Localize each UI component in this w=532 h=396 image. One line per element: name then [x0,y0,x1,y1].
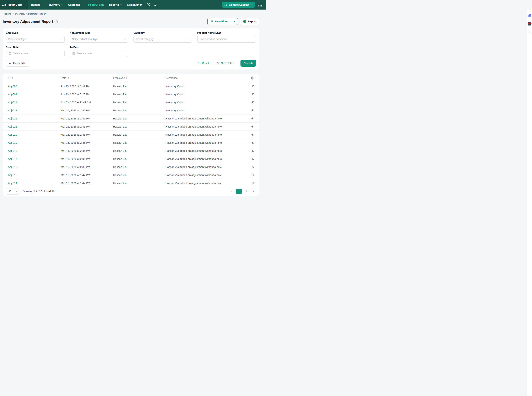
cell-reference: Hassan Zia added an adjustment without a… [165,133,246,136]
adjustment-id-link[interactable]: Adj-019 [8,141,17,144]
breadcrumb: Reports / Inventory Adjustment Report [3,12,259,15]
page-button-1[interactable]: 1 [236,189,242,194]
cell-reference: Hassan Zia added an adjustment without a… [165,141,246,144]
nav-item-inventory[interactable]: Inventory [48,3,63,6]
field-label: To Date [70,46,129,49]
adjustment-id-link[interactable]: Adj-015 [8,174,17,176]
column-header-id[interactable]: ID [8,76,61,79]
chevron-right-icon[interactable] [252,190,254,193]
table-row: Adj-023Mar 26, 2026 at 1:42 PMHassan Zia… [3,106,259,114]
chevron-left-icon[interactable] [231,190,233,193]
export-label: Export [248,20,256,23]
chevron-down-icon [120,4,122,6]
cell-employee: Hassan Zia [113,93,165,96]
search-icon[interactable] [153,3,157,7]
unpin-filter-button[interactable]: Unpin Filter [6,60,29,67]
new-filter-button[interactable]: New Filter [208,18,231,25]
contact-support-button[interactable]: Contact Support [222,2,255,8]
column-header-employee[interactable]: Employee [113,76,165,79]
table-header: ID Date Employee Reference [3,74,259,82]
unpin-filter-label: Unpin Filter [13,62,26,64]
select-category[interactable]: Select category [134,36,192,43]
close-icon [233,20,236,23]
brand-menu[interactable]: Zia Repair Corp [0,0,28,10]
adjustment-id-link[interactable]: Adj-022 [8,117,17,120]
table-row: Adj-018Mar 16, 2026 at 2:36 PMHassan Zia… [3,147,259,155]
column-label: Date [61,76,66,79]
nav-item-campaigner[interactable]: Campaigner [127,3,142,6]
filter-field-to-date: To DateSelect a date [70,46,129,57]
apps-grid-icon[interactable] [258,3,262,7]
view-row-cell [246,101,254,104]
view-row-cell [246,165,254,169]
eye-icon[interactable] [251,85,254,88]
date-picker-to-date[interactable]: Select a date [70,50,129,57]
cell-employee: Hassan Zia [113,101,165,104]
brand-label: Zia Repair Corp [2,3,22,6]
filter-field-employee: EmployeeSelect employee [6,31,65,43]
eye-icon[interactable] [251,173,254,176]
eye-icon[interactable] [251,93,254,96]
adjustment-id-link[interactable]: Adj-003 [8,85,17,88]
cell-employee: Hassan Zia [113,85,165,88]
nav-item-label: Inventory [48,3,60,6]
eye-icon[interactable] [251,109,254,112]
view-row-cell [246,93,254,96]
star-icon[interactable] [55,20,58,23]
search-button[interactable]: Search [240,60,256,67]
date-picker-from-date[interactable]: Select a date [6,50,65,57]
eye-icon[interactable] [251,117,254,120]
page-title: Inventory Adjustment Report [3,19,58,24]
cell-date: Mar 16, 2026 at 2:36 PM [61,133,113,136]
clear-filter-button[interactable] [231,18,238,25]
adjustment-id-link[interactable]: Adj-021 [8,125,17,128]
adjustment-id-link[interactable]: Adj-002 [8,93,17,96]
field-label: Category [134,31,192,34]
cell-employee: Hassan Zia [113,125,165,128]
nav-item-customer[interactable]: Customer [68,3,83,6]
adjustment-id-link[interactable]: Adj-017 [8,157,17,160]
export-button[interactable]: x Export [240,18,259,25]
save-filter-button[interactable]: Save Filter [216,61,235,65]
filter-actions-right: Reset Save Filter Search [196,60,256,67]
adjustment-id-link[interactable]: Adj-018 [8,149,17,152]
table-row: Adj-021Mar 16, 2026 at 2:36 PMHassan Zia… [3,122,259,130]
select-employee[interactable]: Select employee [6,36,65,43]
eye-icon[interactable] [251,157,254,160]
table-row: Adj-003Apr 13, 2026 at 5:48 AMHassan Zia… [3,82,259,90]
nav-item-point-of-sale[interactable]: Point Of Sale [88,3,104,6]
filter-funnel-icon [210,20,214,23]
gear-icon[interactable] [251,76,254,80]
eye-icon[interactable] [251,125,254,128]
adjustment-id-link[interactable]: Adj-024 [8,101,17,104]
eye-icon[interactable] [251,133,254,136]
view-row-cell [246,181,254,185]
breadcrumb-reports-link[interactable]: Reports [3,12,11,15]
cell-reference: Inventory Count [165,93,246,96]
nav-item-reports[interactable]: Reports [109,3,122,6]
text-input-product-name-sku[interactable]: Enter product name/SKU [197,36,256,43]
eye-icon[interactable] [251,101,254,104]
adjustment-id-link[interactable]: Adj-023 [8,109,17,112]
adjustment-id-link[interactable]: Adj-020 [8,133,17,136]
select-adjustment-type[interactable]: Select adjustment type [70,36,129,43]
cell-reference: Hassan Zia added an adjustment without a… [165,174,246,176]
reset-button[interactable]: Reset [196,61,210,65]
barcode-scan-icon[interactable] [146,3,150,7]
breadcrumb-current: Inventory Adjustment Report [15,12,46,15]
eye-icon[interactable] [251,181,254,185]
eye-icon[interactable] [251,165,254,169]
view-row-cell [246,149,254,152]
adjustment-id-link[interactable]: Adj-014 [8,182,17,185]
eye-icon[interactable] [251,149,254,152]
column-header-date[interactable]: Date [61,76,113,79]
chevron-down-icon [81,4,83,6]
view-row-cell [246,157,254,160]
eye-icon[interactable] [251,141,254,144]
nav-item-repairs[interactable]: Repairs [31,3,43,6]
adjustment-id-link[interactable]: Adj-016 [8,166,17,169]
page-button-2[interactable]: 2 [243,189,249,194]
page-size-select[interactable]: 25 [6,188,20,194]
view-row-cell [246,85,254,88]
main-content: Reports / Inventory Adjustment Report In… [0,10,261,196]
